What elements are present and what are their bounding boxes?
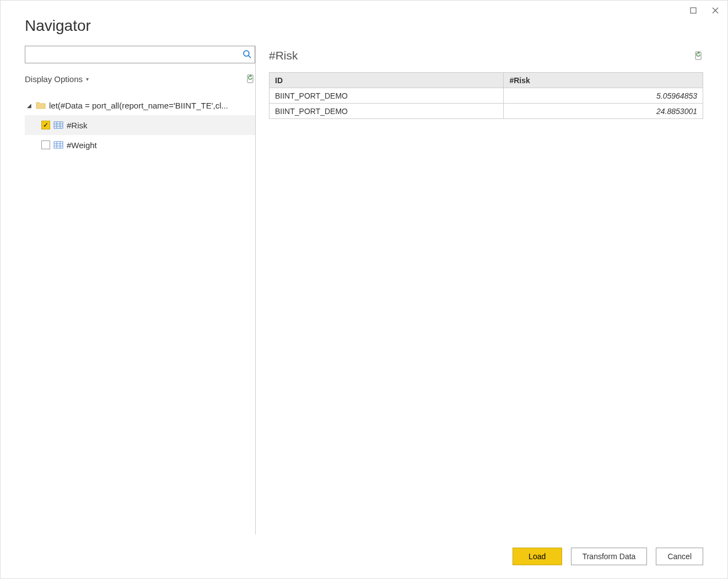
checkbox-risk[interactable]: ✓ <box>41 121 50 129</box>
page-title: Navigator <box>1 1 727 46</box>
table-icon <box>53 141 63 149</box>
maximize-icon[interactable] <box>689 6 698 15</box>
svg-rect-0 <box>691 8 696 13</box>
tree-root-row[interactable]: ◢ let(#Data = port_all(report_name='BIIN… <box>25 95 255 115</box>
search-icon[interactable] <box>242 50 251 60</box>
table-header-row: ID #Risk <box>269 73 703 88</box>
table-row[interactable]: BIINT_PORT_DEMO 24.8853001 <box>269 104 703 119</box>
expander-icon[interactable]: ◢ <box>27 102 33 109</box>
folder-icon <box>36 101 46 109</box>
footer: Load Transform Data Cancel <box>1 534 727 578</box>
checkbox-weight[interactable] <box>41 140 50 149</box>
cell-risk: 5.05964853 <box>504 88 703 104</box>
search-input[interactable] <box>29 50 242 59</box>
tree-item-weight[interactable]: #Weight <box>25 135 255 155</box>
display-options-row: Display Options ▾ <box>25 70 255 88</box>
svg-rect-11 <box>54 142 63 148</box>
navigator-tree: ◢ let(#Data = port_all(report_name='BIIN… <box>25 95 255 155</box>
left-pane: Display Options ▾ ◢ let(#Data = port_all… <box>25 46 255 534</box>
cancel-button[interactable]: Cancel <box>656 548 703 565</box>
close-icon[interactable] <box>711 6 720 15</box>
svg-line-4 <box>249 56 251 58</box>
tree-item-label: #Risk <box>67 121 255 130</box>
col-header-risk[interactable]: #Risk <box>504 73 703 88</box>
right-pane: #Risk ID #Risk BIINT_PORT_DEMO 5.0596485… <box>256 46 703 534</box>
cell-risk: 24.8853001 <box>504 104 703 119</box>
tree-item-label: #Weight <box>67 140 255 150</box>
window-controls <box>689 6 720 15</box>
search-box[interactable] <box>25 46 255 63</box>
preview-table: ID #Risk BIINT_PORT_DEMO 5.05964853 BIIN… <box>269 72 703 119</box>
transform-button[interactable]: Transform Data <box>571 548 648 565</box>
navigator-window: Navigator Display Options ▾ <box>0 0 728 579</box>
preview-title: #Risk <box>269 49 298 62</box>
tree-root-label: let(#Data = port_all(report_name='BIINT_… <box>49 101 255 110</box>
load-button[interactable]: Load <box>513 548 562 565</box>
preview-header: #Risk <box>269 46 703 66</box>
tree-item-risk[interactable]: ✓ #Risk <box>25 115 255 135</box>
display-options-dropdown[interactable]: Display Options ▾ <box>25 74 89 84</box>
svg-rect-6 <box>54 122 63 128</box>
cell-id: BIINT_PORT_DEMO <box>269 104 504 119</box>
content-area: Display Options ▾ ◢ let(#Data = port_all… <box>1 46 727 534</box>
refresh-preview-icon[interactable] <box>694 51 703 60</box>
col-header-id[interactable]: ID <box>269 73 504 88</box>
table-row[interactable]: BIINT_PORT_DEMO 5.05964853 <box>269 88 703 104</box>
svg-point-3 <box>244 51 249 56</box>
refresh-tree-icon[interactable] <box>246 74 255 83</box>
table-icon <box>53 121 63 129</box>
chevron-down-icon: ▾ <box>86 76 89 82</box>
cell-id: BIINT_PORT_DEMO <box>269 88 504 104</box>
display-options-label: Display Options <box>25 74 83 84</box>
